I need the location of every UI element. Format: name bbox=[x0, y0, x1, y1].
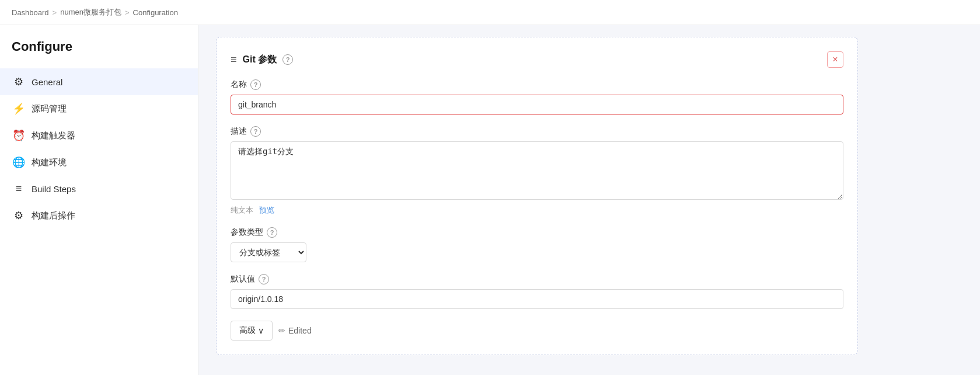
card-footer: 高级 ∨ ✏ Edited bbox=[231, 321, 843, 341]
param-type-field-group: 参数类型 ? 分支或标签 分支 标签 bbox=[231, 227, 843, 262]
breadcrumb-sep-2: > bbox=[125, 8, 130, 17]
card-title-help-icon[interactable]: ? bbox=[283, 54, 293, 65]
advanced-button[interactable]: 高级 ∨ bbox=[231, 321, 273, 341]
name-field-group: 名称 ? bbox=[231, 79, 843, 114]
card-header: ≡ Git 参数 ? × bbox=[231, 51, 843, 68]
menu-icon: ≡ bbox=[231, 54, 237, 66]
source-icon: ⚡ bbox=[12, 102, 26, 115]
description-text-links: 纯文本 预览 bbox=[231, 205, 843, 216]
sidebar-item-build-steps[interactable]: ≡ Build Steps bbox=[0, 176, 198, 202]
sidebar-item-source[interactable]: ⚡ 源码管理 bbox=[0, 95, 198, 122]
default-value-label-text: 默认值 bbox=[231, 274, 255, 284]
breadcrumb-project[interactable]: numen微服务打包 bbox=[60, 7, 121, 18]
breadcrumb-sep-1: > bbox=[53, 8, 57, 17]
param-type-label-text: 参数类型 bbox=[231, 227, 263, 238]
trigger-icon: ⏰ bbox=[12, 129, 26, 142]
breadcrumb-dashboard[interactable]: Dashboard bbox=[12, 8, 49, 17]
sidebar-label-build-steps: Build Steps bbox=[32, 184, 76, 194]
default-value-help-icon[interactable]: ? bbox=[259, 274, 269, 284]
name-label: 名称 ? bbox=[231, 79, 843, 90]
default-value-input[interactable] bbox=[231, 289, 843, 309]
param-type-select[interactable]: 分支或标签 分支 标签 bbox=[231, 242, 306, 262]
card-header-left: ≡ Git 参数 ? bbox=[231, 54, 293, 66]
edited-status: ✏ Edited bbox=[278, 326, 312, 335]
sidebar-label-post-build: 构建后操作 bbox=[32, 210, 75, 221]
description-label: 描述 ? bbox=[231, 126, 843, 137]
sidebar-item-trigger[interactable]: ⏰ 构建触发器 bbox=[0, 122, 198, 149]
sidebar-title: Configure bbox=[0, 39, 198, 68]
sidebar-label-general: General bbox=[32, 77, 62, 87]
advanced-label: 高级 bbox=[239, 325, 256, 336]
name-label-text: 名称 bbox=[231, 79, 247, 90]
env-icon: 🌐 bbox=[12, 156, 26, 169]
description-textarea[interactable] bbox=[231, 141, 843, 200]
edit-pencil-icon: ✏ bbox=[278, 326, 285, 335]
sidebar: Configure ⚙ General ⚡ 源码管理 ⏰ 构建触发器 🌐 构建环… bbox=[0, 25, 198, 375]
chevron-down-icon: ∨ bbox=[258, 326, 264, 335]
description-label-text: 描述 bbox=[231, 126, 247, 137]
breadcrumb: Dashboard > numen微服务打包 > Configuration bbox=[0, 0, 980, 25]
post-build-icon: ⚙ bbox=[12, 209, 26, 222]
main-content: ≡ Git 参数 ? × 名称 ? 描述 ? bbox=[198, 25, 980, 375]
git-params-card: ≡ Git 参数 ? × 名称 ? 描述 ? bbox=[216, 37, 858, 355]
sidebar-item-env[interactable]: 🌐 构建环境 bbox=[0, 149, 198, 176]
description-field-group: 描述 ? 纯文本 预览 bbox=[231, 126, 843, 216]
name-input[interactable] bbox=[231, 95, 843, 114]
param-type-help-icon[interactable]: ? bbox=[267, 227, 277, 238]
plain-text-link[interactable]: 纯文本 bbox=[231, 205, 253, 216]
edited-text: Edited bbox=[288, 326, 312, 335]
card-close-button[interactable]: × bbox=[827, 51, 843, 68]
sidebar-item-general[interactable]: ⚙ General bbox=[0, 68, 198, 95]
description-help-icon[interactable]: ? bbox=[250, 126, 261, 137]
name-help-icon[interactable]: ? bbox=[250, 79, 261, 90]
sidebar-item-post-build[interactable]: ⚙ 构建后操作 bbox=[0, 202, 198, 229]
sidebar-label-trigger: 构建触发器 bbox=[32, 130, 75, 141]
preview-link[interactable]: 预览 bbox=[259, 205, 274, 216]
default-value-field-group: 默认值 ? bbox=[231, 274, 843, 309]
default-value-label: 默认值 ? bbox=[231, 274, 843, 284]
build-steps-icon: ≡ bbox=[12, 183, 26, 195]
param-type-label: 参数类型 ? bbox=[231, 227, 843, 238]
breadcrumb-current: Configuration bbox=[133, 8, 178, 17]
sidebar-label-env: 构建环境 bbox=[32, 157, 67, 168]
card-title: Git 参数 bbox=[243, 54, 277, 66]
sidebar-label-source: 源码管理 bbox=[32, 103, 67, 114]
general-icon: ⚙ bbox=[12, 75, 26, 88]
